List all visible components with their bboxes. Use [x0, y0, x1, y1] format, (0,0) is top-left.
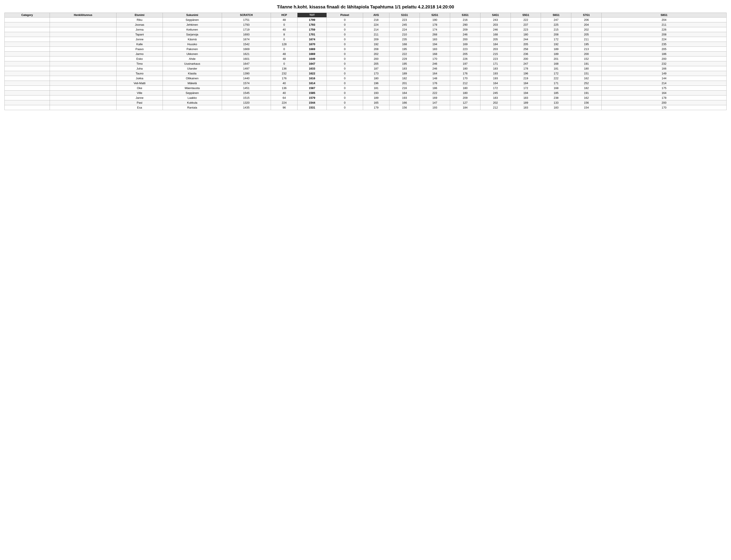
table-cell: 1669 [297, 52, 327, 56]
table-cell: 1669 [222, 47, 271, 52]
table-cell: 1515 [222, 95, 271, 100]
table-cell: 166 [602, 66, 727, 71]
table-cell: 1647 [222, 61, 271, 66]
table-cell: 212 [450, 81, 480, 86]
col-hcp: HCP [271, 13, 297, 17]
table-row: JarmoUkkonen1621481669020222216820521523… [5, 52, 727, 56]
table-cell: 189 [363, 95, 389, 100]
table-cell: 0 [271, 22, 297, 27]
table-cell: 194 [511, 91, 541, 95]
table-cell: 1759 [297, 27, 327, 32]
table-row: JormaKettunen171940175902142241742092462… [5, 27, 727, 32]
table-cell [5, 52, 50, 56]
table-cell: 224 [602, 37, 727, 42]
table-cell: 1649 [297, 56, 327, 61]
table-cell: 0 [327, 81, 363, 86]
table-cell: 222 [420, 91, 450, 95]
table-cell: Ulander [163, 66, 222, 71]
table-cell: 190 [420, 17, 450, 22]
table-cell: 223 [511, 27, 541, 32]
table-cell: 182 [571, 86, 602, 91]
table-cell: 186 [420, 86, 450, 91]
table-cell: 202 [480, 100, 511, 105]
table-cell: 148 [420, 76, 450, 81]
col-s6g1: S6G1 [541, 13, 571, 17]
table-cell: 0 [327, 32, 363, 37]
table-cell: 211 [571, 37, 602, 42]
table-row: TapaniSarjanoja1693817010211210268246168… [5, 32, 727, 37]
table-cell: 162 [571, 76, 602, 81]
table-cell: 1585 [297, 91, 327, 95]
table-cell: Klasila [163, 71, 222, 76]
table-cell: 184 [511, 81, 541, 86]
table-cell: Ollikainen [163, 76, 222, 81]
table-cell [5, 76, 50, 81]
table-cell [50, 91, 117, 95]
table-cell: 176 [450, 71, 480, 76]
table-cell: Rantala [163, 105, 222, 110]
table-cell: 193 [480, 76, 511, 81]
table-cell: 133 [541, 100, 571, 105]
table-cell: 180 [450, 86, 480, 91]
table-cell: 203 [480, 22, 511, 27]
table-cell: 172 [511, 86, 541, 91]
scores-table: Category Henkilötunnus Etunimi Sukunimi … [4, 13, 727, 110]
col-tot: TOT [297, 13, 327, 17]
table-cell: 268 [420, 32, 450, 37]
table-cell [5, 42, 50, 47]
table-cell: 147 [420, 100, 450, 105]
col-s2g1: S2G1 [420, 13, 450, 17]
table-row: EskoAhde16014816490200229170226223200201… [5, 56, 727, 61]
table-cell: 174 [420, 27, 450, 32]
table-cell: 1633 [297, 66, 327, 71]
table-cell: Pakonen [163, 47, 222, 52]
table-cell [50, 81, 117, 86]
table-cell: 211 [602, 22, 727, 27]
table-cell: 229 [389, 56, 420, 61]
table-cell: 194 [420, 42, 450, 47]
table-cell: 181 [363, 86, 389, 91]
col-s3g1: S3G1 [450, 13, 480, 17]
table-cell: 48 [271, 17, 297, 22]
table-cell [50, 42, 117, 47]
table-cell: 1497 [222, 66, 271, 71]
table-cell [50, 100, 117, 105]
table-cell: 180 [450, 91, 480, 95]
table-cell: Seppänen [163, 91, 222, 95]
table-cell: 226 [602, 27, 727, 32]
table-cell: 193 [389, 95, 420, 100]
table-cell: Paavo [117, 47, 163, 52]
table-cell: 1793 [222, 22, 271, 27]
table-cell [5, 32, 50, 37]
table-cell: 149 [602, 71, 727, 76]
table-cell: 205 [480, 37, 511, 42]
table-cell: 180 [571, 66, 602, 71]
table-cell: Mäentausta [163, 86, 222, 91]
table-cell: 184 [480, 42, 511, 47]
table-cell [5, 22, 50, 27]
table-cell [5, 91, 50, 95]
table-cell: Esa [117, 105, 163, 110]
table-cell: 201 [389, 81, 420, 86]
table-cell: 245 [480, 91, 511, 95]
table-cell: 0 [327, 100, 363, 105]
table-row: JonneKäsmä167401674020923518320020524417… [5, 37, 727, 42]
col-category: Category [5, 13, 50, 17]
table-cell: 200 [511, 56, 541, 61]
table-cell: Kettunen [163, 27, 222, 32]
table-cell: 0 [327, 66, 363, 71]
table-cell: 197 [450, 61, 480, 66]
table-cell: 0 [327, 86, 363, 91]
table-cell [50, 32, 117, 37]
table-cell: 204 [571, 22, 602, 27]
table-cell: 1621 [222, 52, 271, 56]
table-row: RikuSeppänen1751481799021822319021624322… [5, 17, 727, 22]
table-cell: 1544 [297, 100, 327, 105]
table-cell: 200 [602, 100, 727, 105]
table-cell: 189 [511, 100, 541, 105]
table-cell: 156 [571, 100, 602, 105]
table-cell: 0 [327, 95, 363, 100]
table-cell: 40 [271, 27, 297, 32]
table-cell: 232 [602, 61, 727, 66]
table-cell: 0 [327, 17, 363, 22]
